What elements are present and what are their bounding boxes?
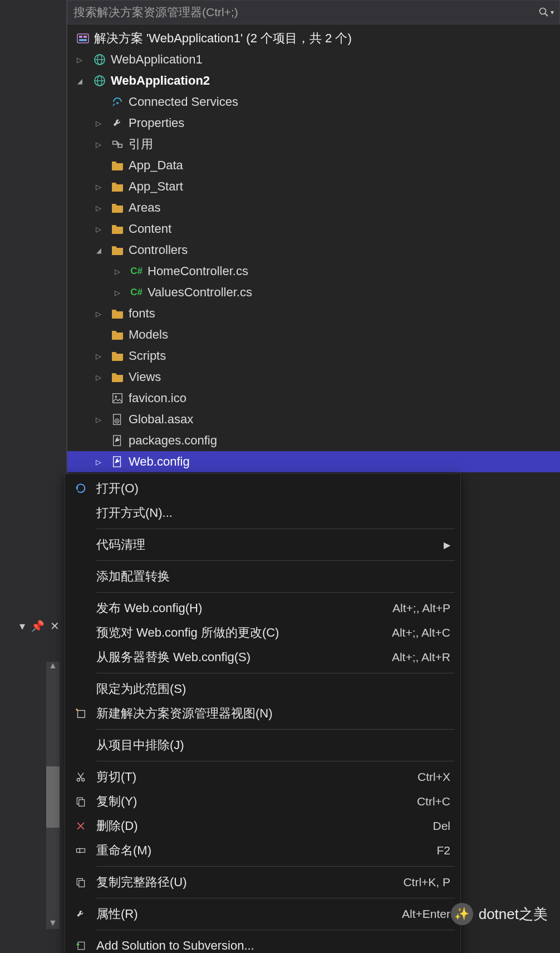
menu-label: 剪切(T) [96, 769, 417, 785]
menu-cut[interactable]: 剪切(T) Ctrl+X [65, 765, 460, 789]
expand-icon[interactable] [92, 119, 105, 128]
solution-node[interactable]: 解决方案 'WebApplication1' (2 个项目，共 2 个) [67, 28, 560, 49]
menu-preview[interactable]: 预览对 Web.config 所做的更改(C) Alt+;, Alt+C [65, 620, 460, 645]
expand-icon[interactable] [92, 309, 105, 318]
packagesconfig-node[interactable]: packages.config [67, 430, 560, 451]
views-node[interactable]: Views [67, 366, 560, 388]
search-icon[interactable]: ▾ [538, 7, 554, 18]
wrench-icon [65, 908, 96, 920]
content-node[interactable]: Content [67, 218, 560, 240]
expand-icon[interactable] [92, 203, 105, 212]
menu-properties[interactable]: 属性(R) Alt+Enter [65, 902, 460, 926]
connected-services-label: Connected Services [129, 95, 238, 109]
menu-delete[interactable]: 删除(D) Del [65, 814, 460, 838]
scroll-up-icon[interactable]: ▲ [46, 661, 60, 673]
svg-rect-13 [113, 141, 117, 145]
models-node[interactable]: Models [67, 324, 560, 345]
svg-point-0 [540, 8, 546, 14]
project1-node[interactable]: WebApplication1 [67, 49, 560, 70]
menu-label: 新建解决方案资源管理器视图(N) [96, 705, 450, 722]
folder-icon [110, 158, 125, 173]
scripts-node[interactable]: Scripts [67, 345, 560, 366]
image-file-icon [110, 390, 125, 406]
menu-copy-path[interactable]: 复制完整路径(U) Ctrl+K, P [65, 870, 460, 895]
valuescontroller-node[interactable]: C# ValuesController.cs [67, 282, 560, 303]
menu-shortcut: Ctrl+X [417, 770, 450, 784]
menu-exclude[interactable]: 从项目中排除(J) [65, 733, 460, 757]
expand-icon[interactable] [111, 267, 124, 276]
favicon-node[interactable]: favicon.ico [67, 388, 560, 409]
expand-icon[interactable] [92, 224, 105, 233]
controllers-node[interactable]: Controllers [67, 240, 560, 261]
menu-shortcut: Ctrl+K, P [403, 876, 450, 889]
properties-label: Properties [129, 116, 184, 130]
menu-replace[interactable]: 从服务器替换 Web.config(S) Alt+;, Alt+R [65, 645, 460, 669]
fonts-node[interactable]: fonts [67, 303, 560, 324]
menu-separator [96, 729, 455, 730]
menu-publish[interactable]: 发布 Web.config(H) Alt+;, Alt+P [65, 596, 460, 620]
expand-icon[interactable] [73, 76, 86, 85]
menu-label: 从项目中排除(J) [96, 737, 450, 754]
folder-icon [110, 348, 125, 364]
areas-node[interactable]: Areas [67, 197, 560, 218]
menu-new-view[interactable]: 新建解决方案资源管理器视图(N) [65, 701, 460, 726]
menu-open-with[interactable]: 打开方式(N)... [65, 501, 460, 525]
appstart-node[interactable]: App_Start [67, 176, 560, 197]
menu-code-clean[interactable]: 代码清理 ▶ [65, 532, 460, 557]
svn-add-icon [65, 940, 96, 951]
expand-icon[interactable] [92, 246, 105, 255]
scroll-down-icon[interactable]: ▼ [46, 918, 60, 930]
menu-rename[interactable]: 重命名(M) F2 [65, 838, 460, 863]
csharp-file-icon: C# [129, 285, 144, 300]
menu-label: 预览对 Web.config 所做的更改(C) [96, 624, 392, 641]
scrollbar[interactable]: ▲ ▼ [46, 662, 60, 929]
scroll-thumb[interactable] [46, 766, 60, 828]
expand-icon[interactable] [73, 55, 86, 64]
svg-rect-30 [79, 881, 85, 887]
project2-node[interactable]: WebApplication2 [67, 70, 560, 91]
menu-label: 从服务器替换 Web.config(S) [96, 649, 392, 666]
menu-label: 限定为此范围(S) [96, 681, 450, 697]
webconfig-node[interactable]: Web.config [67, 451, 560, 472]
pin-icon[interactable]: 📌 [31, 619, 45, 633]
menu-separator [96, 560, 455, 561]
menu-svn[interactable]: Add Solution to Subversion... [65, 934, 460, 953]
expand-icon[interactable] [92, 415, 105, 424]
connected-services-node[interactable]: Connected Services [67, 91, 560, 113]
menu-separator [96, 898, 455, 898]
expand-icon[interactable] [92, 182, 105, 191]
menu-separator [96, 930, 455, 930]
solution-tree: 解决方案 'WebApplication1' (2 个项目，共 2 个) Web… [67, 25, 560, 472]
folder-label: fonts [129, 306, 155, 321]
close-icon[interactable]: ✕ [50, 619, 60, 633]
menu-scope[interactable]: 限定为此范围(S) [65, 677, 460, 701]
solution-icon [75, 31, 91, 46]
svg-line-1 [545, 13, 548, 16]
homecontroller-node[interactable]: C# HomeController.cs [67, 261, 560, 282]
menu-copy[interactable]: 复制(Y) Ctrl+C [65, 789, 460, 814]
left-dock-toolbar: ▾ 📌 ✕ [0, 616, 66, 636]
dropdown-icon[interactable]: ▾ [19, 619, 25, 633]
menu-add-transform[interactable]: 添加配置转换 [65, 564, 460, 589]
expand-icon[interactable] [111, 288, 124, 297]
appdata-node[interactable]: App_Data [67, 155, 560, 176]
expand-icon[interactable] [92, 351, 105, 360]
folder-label: App_Data [129, 158, 183, 173]
references-label: 引用 [129, 136, 153, 153]
expand-icon[interactable] [92, 457, 105, 466]
menu-shortcut: Alt+Enter [402, 907, 450, 921]
svg-rect-15 [113, 394, 122, 403]
menu-separator [96, 866, 455, 867]
properties-node[interactable]: Properties [67, 113, 560, 134]
globalasax-node[interactable]: Global.asax [67, 409, 560, 430]
search-bar[interactable]: 搜索解决方案资源管理器(Ctrl+;) ▾ [67, 0, 560, 25]
expand-icon[interactable] [92, 140, 105, 149]
config-file-icon [110, 454, 125, 470]
svg-point-12 [116, 102, 119, 104]
folder-label: Controllers [129, 243, 188, 257]
wechat-icon: ✨ [451, 903, 473, 925]
expand-icon[interactable] [92, 373, 105, 382]
menu-open[interactable]: 打开(O) [65, 476, 460, 501]
svg-point-19 [116, 420, 118, 422]
references-node[interactable]: 引用 [67, 134, 560, 155]
